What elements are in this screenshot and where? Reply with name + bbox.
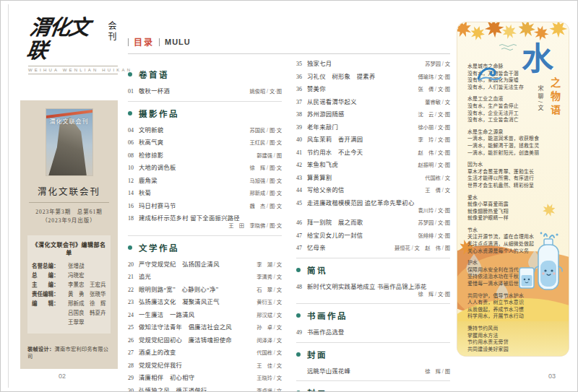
poem-line: 一滴水，能折射阳光，创造美丽 <box>467 149 543 157</box>
poem-line: 一滴水，能滋润禾苗，收获粮食 <box>467 135 543 142</box>
water-essay-panel: 水 宋聊/文 之物语 水是城市之命脉没有水，万物皆会干涸没有水，家园化为废墟没有… <box>457 22 569 356</box>
toc-entry-number: 26 <box>128 337 139 344</box>
toc-title-cn: 目录 <box>134 35 154 48</box>
editorial-board-row: 名誉总编：张增战 <box>32 261 106 271</box>
toc-entry-title: 秋菊 <box>139 188 155 196</box>
toc-entry-title: 追光 <box>139 271 155 280</box>
toc-section-header: 封二 <box>296 387 450 392</box>
toc-entry: 21追光李清秀 / 文 <box>128 271 282 280</box>
toc-entry-number: 40 <box>296 136 307 143</box>
toc-entry-author: 赵振明 / 文·图 <box>418 161 450 168</box>
toc-entry: 01敬秋一杯酒姚俊昭 / 文·图 <box>128 86 282 95</box>
toc-entry-author: 魏 杰 / 图·文 <box>249 202 282 209</box>
toc-entry: 25做知法守法青年 倡廉洁社会之风孙 卓 / 文 <box>128 322 282 331</box>
editorial-role <box>32 318 68 327</box>
poem-line: 科学用水，开展节水行动 <box>467 313 543 320</box>
toc-entry-title: 拜一别院 展之而歌 <box>307 217 366 226</box>
toc-entry-number: 36 <box>296 86 307 92</box>
editorial-role <box>32 308 68 318</box>
toc-entry-title: 远眺华山莲花峰 <box>307 366 354 375</box>
toc-entry-author: 代国栋 / 文 <box>256 349 282 356</box>
toc-section: 封二佳作赏析郭建强 / 图 <box>296 381 450 392</box>
toc-header-tick <box>128 38 129 46</box>
toc-entry-title: 弘慎独之风 循正道偕行 <box>139 386 211 392</box>
poem-stanza: 因为水草木才会葱茏青翠、蓬勃生长生活才能得以所需、有序进行世界才会生机盎然、精彩… <box>467 161 543 188</box>
toc-entry-title: 玛日村赛马节 <box>139 201 180 209</box>
poem-stanza: 水是生命之源泉一滴水，能滋润禾苗，收获粮食一滴水，能解渴干涸，拯救生灵一滴水，能… <box>467 129 543 156</box>
editorial-role: 总 编： <box>32 271 68 280</box>
magazine-toc-page: 渭化文联 会刊 WEIHUA WENLIAN HUIKAN 渭化文联会刊 渭化文… <box>0 0 578 392</box>
toc-entry-number: 20 <box>128 261 139 268</box>
toc-entry-title: 一生廉洁 一路清风 <box>139 310 198 318</box>
toc-section-title: 摄影作品 <box>139 108 179 119</box>
toc-entry-number: 30 <box>128 388 139 392</box>
toc-entry-number: 18 <box>128 215 139 222</box>
masthead-title: 渭化文联 会刊 <box>28 17 118 63</box>
toc-section-header: 文学作品 <box>128 242 282 253</box>
design-credit-label: 装帧设计： <box>27 347 54 352</box>
poem-stanza: 爱水就像小草喜爱雨露就像翅膀热爱飞翔就像爱护眼睛一样 <box>467 194 543 222</box>
toc-entry-author: 王晓玲 / 文 <box>256 374 282 381</box>
toc-entry: 35独家七月苏梦园 / 文 <box>296 58 450 67</box>
toc-entry: 远眺华山莲花峰徐 辉 / 图 <box>296 366 450 375</box>
toc-entry-number: 16 <box>128 203 139 209</box>
toc-entry-title: 独家七月 <box>307 58 335 67</box>
toc-entry-title: 酒桌上的改变 <box>139 347 180 356</box>
toc-entry-number: 22 <box>128 287 139 293</box>
toc-entry-number: 45 <box>296 200 307 206</box>
toc-entry-author: 李 玲 / 文·图 <box>418 136 450 143</box>
toc-section-header: 封面 <box>296 349 450 360</box>
toc-section: 封面远眺华山莲花峰徐 辉 / 图 <box>296 343 450 382</box>
toc-entry-number: 29 <box>128 375 139 381</box>
toc-entry-author: 代国栋 / 文 <box>425 174 450 181</box>
toc-entry: 42笨鱼和飞虎赵振明 / 文·图 <box>296 160 450 168</box>
toc-header-divider <box>159 38 160 46</box>
poem-line: 就像爱护眼睛一样 <box>467 214 543 222</box>
page-number-right: 03 <box>548 373 556 380</box>
toc-entry-number: 49 <box>296 329 307 336</box>
toc-title-pinyin: MULU <box>165 38 191 46</box>
toc-entry-title: 给宝贝女儿的一封信 <box>307 230 366 239</box>
toc-entry-author: 李清秀 / 文 <box>256 273 282 280</box>
toc-entry: 04文明新貌苏国民 / 图·文 <box>128 125 282 134</box>
toc-entry-author: 苏梦园 / 文·图 <box>418 219 450 226</box>
editorial-board-row: 王翠翠 <box>32 318 106 327</box>
editorial-board-title: 《渭化文联会刊》编辑部名单 <box>32 240 106 256</box>
toc-entry-title: 检修掠影 <box>139 150 167 159</box>
toc-entry: 14秋菊邢新成 / 图·文 <box>128 188 282 196</box>
toc-entry-number: 06 <box>128 139 139 146</box>
editorial-role: 主 编： <box>32 280 68 289</box>
maple-leaf-icon <box>541 201 558 219</box>
toc-entry-number: 14 <box>128 190 139 196</box>
toc-entry-author: 苏国民 / 图·文 <box>249 126 282 134</box>
editorial-names: 邢新成 徐 辉 <box>68 299 106 308</box>
toc-left-column: 卷首语01敬秋一杯酒姚俊昭 / 文·图摄影作品04文明新貌苏国民 / 图·文06… <box>128 54 282 392</box>
page-number-left: 02 <box>59 373 66 380</box>
toc-entry-author: 王红民 / 图·文 <box>249 139 282 146</box>
toc-entry: 45走进廉政楷模模范园 追忆革命先辈初心袁川玲 / 文·图 <box>296 198 450 214</box>
toc-entry-number: 28 <box>128 362 139 369</box>
toc-entry-number: 04 <box>128 127 139 134</box>
toc-entry-author: 徐小丽 / 文·图 <box>418 123 450 131</box>
poem-line: 因为水 <box>467 161 543 168</box>
toc-entry: 37从民谣看渭华起义董睿敏 / 文 <box>296 97 450 105</box>
toc-section-title: 书画作品 <box>307 310 348 321</box>
section-bullet-icon <box>296 313 301 318</box>
toc-entry: 40风车茉莉 香开满园李 玲 / 文·图 <box>296 134 450 143</box>
toc-entry: 26党规党纪固初心 廉洁铸魂担使命闵泽泽 / 文 <box>128 335 282 344</box>
toc-section: 书画作品49书画作品选登 <box>296 304 450 343</box>
toc-entry-author: 孙 卓 / 文 <box>256 323 282 331</box>
toc-entry-author: 傅瑜玮 / 文·图 <box>418 73 450 80</box>
toc-entry-title: 从民谣看渭华起义 <box>307 97 361 105</box>
toc-entry: 47忆母亲聂恒花 / 文 赵 伟 / 图 <box>296 243 450 251</box>
water-glass-illustration <box>519 268 534 288</box>
editorial-names: 李景忠 王宏兵 <box>68 280 106 289</box>
editorial-role: 编 辑： <box>32 299 68 308</box>
toc-entry: 12鹿角梁马旭强 / 图·文 <box>128 175 282 184</box>
toc-entry-author: 张 倩 / 文·图 <box>418 85 450 92</box>
toc-entry: 39老年来敲门徐小丽 / 文·图 <box>296 122 450 131</box>
masthead: 渭化文联 会刊 WEIHUA WENLIAN HUIKAN <box>28 17 118 74</box>
toc-entry-number: 25 <box>128 324 139 331</box>
toc-entry-author: 徐 辉 / 图·文 <box>249 164 282 171</box>
water-title-char: 水 <box>514 44 561 76</box>
